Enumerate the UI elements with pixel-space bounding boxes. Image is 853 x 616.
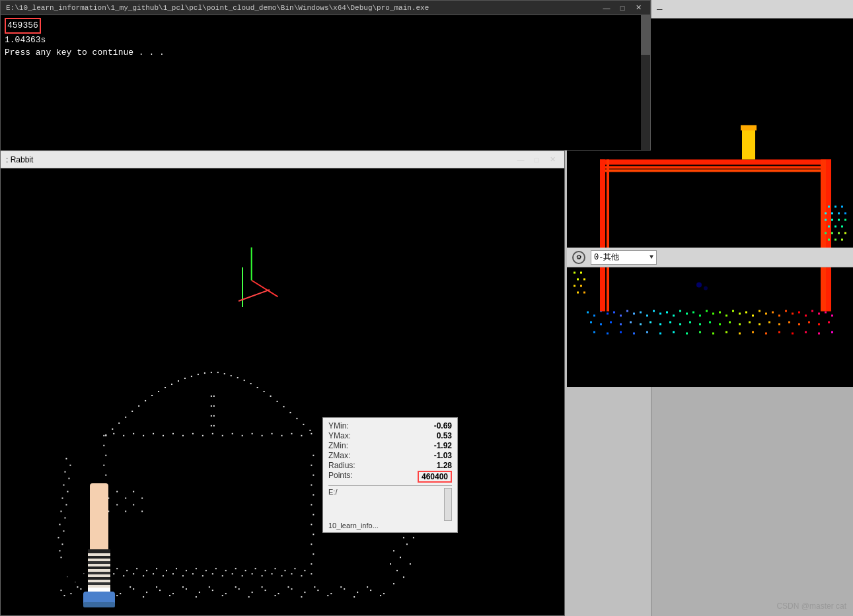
svg-rect-334 (828, 206, 830, 208)
svg-rect-124 (211, 425, 212, 427)
svg-rect-235 (88, 577, 110, 580)
svg-rect-278 (825, 312, 827, 314)
pcl-minimize-button[interactable]: — (514, 154, 527, 165)
svg-rect-179 (393, 583, 394, 584)
points-value: 460400 (418, 471, 452, 483)
svg-rect-358 (574, 272, 575, 274)
svg-rect-326 (600, 170, 831, 172)
svg-rect-353 (844, 232, 846, 234)
svg-rect-139 (176, 568, 177, 569)
zmin-row: ZMin: -1.92 (328, 441, 452, 450)
svg-rect-341 (828, 226, 830, 228)
svg-rect-99 (313, 475, 314, 476)
svg-rect-88 (103, 445, 104, 446)
right-panel-minimize-icon[interactable]: — (657, 4, 662, 15)
terminal-line2: 1.04363s (5, 34, 646, 47)
svg-rect-201 (244, 380, 245, 381)
svg-rect-100 (311, 465, 312, 466)
ymin-label: YMin: (328, 421, 349, 430)
svg-rect-208 (289, 412, 291, 413)
svg-rect-286 (649, 322, 651, 324)
svg-rect-49 (327, 595, 328, 596)
svg-rect-283 (620, 324, 622, 325)
svg-rect-101 (313, 455, 314, 456)
file-browser: E:/ 10_learn_info... (328, 485, 452, 530)
pcl-maximize-button[interactable]: □ (530, 154, 543, 165)
svg-rect-138 (166, 570, 167, 571)
svg-rect-109 (172, 433, 174, 434)
ymax-row: YMax: 0.53 (328, 431, 452, 440)
svg-rect-313 (699, 331, 701, 333)
svg-rect-174 (413, 537, 414, 538)
svg-rect-72 (281, 575, 283, 576)
zmax-label: ZMax: (328, 451, 350, 460)
svg-rect-145 (235, 568, 237, 569)
svg-rect-151 (294, 568, 295, 569)
svg-rect-18 (252, 592, 253, 593)
svg-rect-281 (600, 324, 602, 325)
svg-rect-48 (314, 586, 315, 588)
svg-rect-350 (834, 239, 836, 241)
svg-rect-150 (284, 570, 285, 571)
svg-rect-245 (607, 313, 609, 315)
svg-rect-239 (83, 602, 115, 607)
terminal-minimize-button[interactable]: — (600, 3, 613, 13)
svg-rect-75 (311, 573, 312, 574)
svg-rect-253 (659, 313, 661, 315)
svg-rect-271 (778, 315, 780, 317)
svg-rect-98 (311, 485, 312, 486)
svg-rect-142 (205, 570, 207, 571)
svg-rect-117 (252, 433, 253, 434)
svg-rect-279 (831, 315, 833, 317)
terminal-scrollbar[interactable] (641, 15, 650, 150)
terminal-line3: Press any key to continue . . . (5, 46, 646, 59)
svg-rect-237 (88, 588, 110, 592)
svg-rect-301 (798, 324, 800, 325)
svg-rect-259 (699, 315, 701, 317)
svg-rect-243 (593, 315, 595, 317)
svg-rect-224 (68, 478, 69, 479)
svg-rect-336 (834, 206, 836, 208)
svg-rect-178 (410, 563, 411, 565)
terminal-value-highlighted: 459356 (5, 18, 41, 34)
terminal-line1: 459356 (5, 18, 646, 34)
svg-rect-39 (196, 596, 197, 598)
svg-rect-26 (357, 592, 358, 593)
svg-rect-104 (123, 435, 124, 436)
svg-rect-23 (317, 590, 318, 591)
svg-rect-28 (383, 593, 385, 594)
svg-rect-250 (640, 312, 642, 314)
ymin-value: -0.69 (434, 421, 452, 430)
svg-rect-113 (212, 433, 213, 434)
selector-dropdown[interactable]: 0-其他 ▼ (591, 250, 657, 265)
svg-rect-128 (211, 405, 212, 407)
selector-bar: ⚙ 0-其他 ▼ (567, 248, 853, 267)
svg-rect-180 (105, 434, 106, 436)
svg-rect-318 (765, 333, 767, 335)
svg-rect-258 (692, 312, 694, 314)
svg-rect-297 (759, 324, 760, 325)
svg-rect-119 (272, 433, 273, 434)
svg-rect-242 (587, 312, 589, 314)
svg-rect-118 (262, 435, 263, 436)
svg-rect-362 (574, 285, 575, 287)
pcl-window-controls: — □ ✕ (514, 154, 559, 165)
svg-rect-364 (580, 285, 582, 287)
svg-rect-272 (785, 310, 787, 312)
radius-label: Radius: (328, 461, 355, 470)
file-scroll[interactable] (444, 488, 452, 521)
svg-rect-296 (749, 322, 751, 324)
svg-rect-339 (844, 213, 846, 215)
svg-rect-27 (370, 590, 371, 591)
svg-rect-308 (633, 333, 635, 335)
svg-rect-87 (105, 455, 106, 456)
terminal-close-button[interactable]: ✕ (632, 3, 645, 13)
svg-rect-346 (844, 219, 846, 221)
svg-rect-65 (212, 573, 213, 574)
terminal-maximize-button[interactable]: □ (616, 3, 629, 13)
svg-rect-290 (689, 322, 691, 324)
svg-rect-53 (380, 595, 381, 596)
zmax-value: -1.03 (434, 451, 452, 460)
svg-rect-289 (679, 324, 681, 325)
pcl-close-button[interactable]: ✕ (546, 154, 559, 165)
